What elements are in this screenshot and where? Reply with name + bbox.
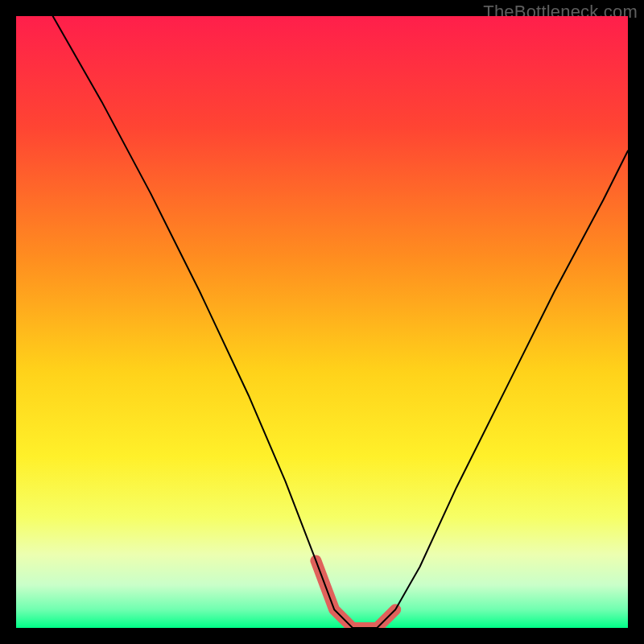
plot-area	[16, 16, 628, 628]
chart-frame: TheBottleneck.com	[0, 0, 644, 644]
curve-layer	[16, 16, 628, 628]
bottleneck-curve	[53, 16, 628, 628]
